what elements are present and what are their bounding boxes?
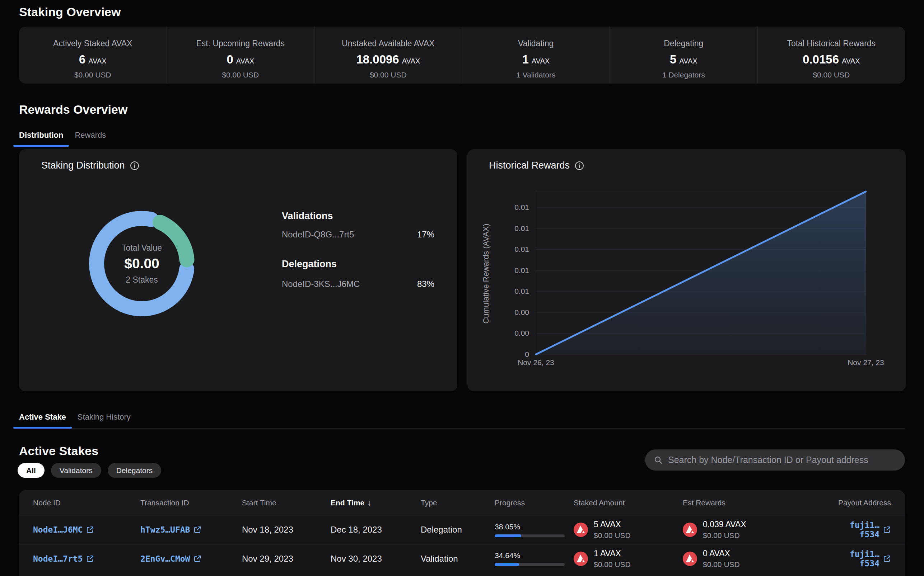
staked-usd: $0.00 USD	[594, 531, 631, 540]
stat-upcoming-rewards: Est. Upcoming Rewards 0AVAX $0.00 USD	[167, 27, 314, 83]
column-header-payout-address[interactable]: Payout Address	[834, 499, 891, 507]
y-tick-label: 0.01	[504, 266, 529, 275]
progress-cell: 38.05%	[495, 523, 574, 537]
staking-overview-stats-card: Actively Staked AVAX 6AVAX $0.00 USD Est…	[19, 27, 905, 83]
staked-avax: 1 AVAX	[594, 549, 631, 558]
sort-descending-icon: ↓	[367, 498, 371, 507]
donut-center-sub: 2 Stakes	[99, 275, 185, 285]
stat-value: 18.0096	[356, 53, 399, 66]
column-header-node-id[interactable]: Node ID	[33, 499, 140, 507]
est-rewards-usd: $0.00 USD	[703, 531, 746, 540]
validation-percent: 17%	[417, 230, 434, 240]
stat-unit: AVAX	[236, 57, 254, 65]
progress-bar-fill	[495, 534, 521, 537]
validations-legend-row: NodeID-Q8G...7rt5 17%	[282, 230, 434, 240]
y-tick-label: 0	[504, 350, 529, 358]
stat-validating: Validating 1AVAX 1 Validators	[462, 27, 610, 83]
progress-bar	[495, 534, 565, 537]
tab-active-stake[interactable]: Active Stake	[13, 410, 72, 428]
stat-unstaked-available: Unstaked Available AVAX 18.0096AVAX $0.0…	[314, 27, 462, 83]
historical-rewards-line-chart	[467, 149, 906, 391]
payout-address-link[interactable]: fuji1…f534	[834, 549, 891, 568]
stake-tabs: Active Stake Staking History	[13, 410, 905, 429]
x-tick-label-end: Nov 27, 23	[837, 358, 895, 367]
stat-label: Est. Upcoming Rewards	[196, 39, 285, 48]
progress-percent: 34.64%	[495, 551, 574, 560]
stat-label: Total Historical Rewards	[787, 39, 876, 48]
y-tick-label: 0.01	[504, 203, 529, 211]
external-link-icon	[194, 526, 201, 534]
est-rewards-usd: $0.00 USD	[703, 560, 740, 569]
stat-sub: 1 Validators	[516, 70, 555, 79]
column-header-transaction-id[interactable]: Transaction ID	[140, 499, 242, 507]
staked-amount-cell: 1 AVAX $0.00 USD	[574, 549, 683, 569]
transaction-id-link[interactable]: hTwz5…UFAB	[140, 525, 201, 534]
x-tick-label-start: Nov 26, 23	[507, 358, 565, 367]
delegation-node-id: NodeID-3KS...J6MC	[282, 279, 360, 289]
node-id-link[interactable]: NodeI…7rt5	[33, 554, 94, 563]
search-input[interactable]	[668, 455, 896, 465]
est-rewards-cell: 0 AVAX $0.00 USD	[683, 549, 834, 569]
stat-label: Validating	[518, 39, 553, 48]
column-header-progress[interactable]: Progress	[495, 499, 574, 507]
est-rewards-cell: 0.039 AVAX $0.00 USD	[683, 520, 834, 540]
table-row: NodeI…7rt5 2EnGv…CMoW Nov 29, 2023 Nov 3…	[19, 544, 905, 573]
staked-avax: 5 AVAX	[594, 520, 631, 530]
historical-rewards-card: Historical Rewards Cumulative Rewards (A…	[467, 149, 906, 391]
stat-unit: AVAX	[842, 57, 860, 65]
type-cell: Validation	[421, 554, 495, 564]
node-id-link[interactable]: NodeI…J6MC	[33, 525, 94, 534]
filter-validators-button[interactable]: Validators	[51, 463, 101, 478]
y-tick-label: 0.01	[504, 224, 529, 233]
payout-address-link[interactable]: fuji1…f534	[834, 520, 891, 539]
filter-delegators-button[interactable]: Delegators	[108, 463, 162, 478]
stat-unit: AVAX	[402, 57, 420, 65]
progress-bar	[495, 563, 565, 566]
start-time-cell: Nov 18, 2023	[242, 525, 330, 535]
avalanche-logo-icon	[683, 523, 697, 537]
stat-sub: $0.00 USD	[222, 70, 259, 79]
y-tick-label: 0.01	[504, 245, 529, 254]
stat-value: 6	[79, 53, 85, 66]
column-header-type[interactable]: Type	[421, 499, 495, 507]
end-time-cell: Dec 18, 2023	[330, 525, 421, 535]
progress-percent: 38.05%	[495, 523, 574, 531]
stat-value: 0	[226, 53, 233, 66]
delegations-legend-row: NodeID-3KS...J6MC 83%	[282, 279, 434, 289]
stat-label: Actively Staked AVAX	[53, 39, 132, 48]
stat-actively-staked: Actively Staked AVAX 6AVAX $0.00 USD	[19, 27, 167, 83]
stat-sub: $0.00 USD	[813, 70, 850, 79]
validations-header: Validations	[282, 211, 434, 222]
table-header-row: Node ID Transaction ID Start Time End Ti…	[19, 490, 905, 515]
y-tick-label: 0.00	[504, 308, 529, 317]
donut-center-value: $0.00	[99, 256, 185, 272]
stat-value: 0.0156	[803, 53, 839, 66]
stat-sub: $0.00 USD	[74, 70, 111, 79]
active-stakes-title: Active Stakes	[19, 444, 98, 458]
column-header-staked-amount[interactable]: Staked Amount	[574, 499, 683, 507]
column-header-start-time[interactable]: Start Time	[242, 499, 330, 507]
column-header-end-time[interactable]: End Time↓	[330, 498, 421, 507]
delegation-percent: 83%	[417, 279, 434, 289]
start-time-cell: Nov 29, 2023	[242, 554, 330, 564]
stat-value: 5	[670, 53, 676, 66]
transaction-id-link[interactable]: 2EnGv…CMoW	[140, 554, 201, 563]
search-icon	[654, 456, 663, 465]
rewards-overview-tabs: Distribution Rewards	[13, 128, 112, 146]
external-link-icon	[86, 555, 94, 563]
y-tick-label: 0.01	[504, 287, 529, 296]
stat-sub: 1 Delegators	[662, 70, 705, 79]
external-link-icon	[883, 526, 891, 534]
column-header-est-rewards[interactable]: Est Rewards	[683, 499, 834, 507]
tab-rewards[interactable]: Rewards	[69, 128, 112, 146]
external-link-icon	[883, 555, 891, 563]
tab-distribution[interactable]: Distribution	[13, 128, 69, 146]
donut-center-label: Total Value	[99, 243, 185, 253]
info-icon[interactable]	[130, 161, 139, 170]
stat-unit: AVAX	[88, 57, 106, 65]
filter-all-button[interactable]: All	[18, 463, 45, 478]
stat-label: Unstaked Available AVAX	[342, 39, 434, 48]
tab-staking-history[interactable]: Staking History	[72, 410, 136, 428]
active-stakes-table: Node ID Transaction ID Start Time End Ti…	[19, 490, 905, 576]
external-link-icon	[86, 526, 94, 534]
